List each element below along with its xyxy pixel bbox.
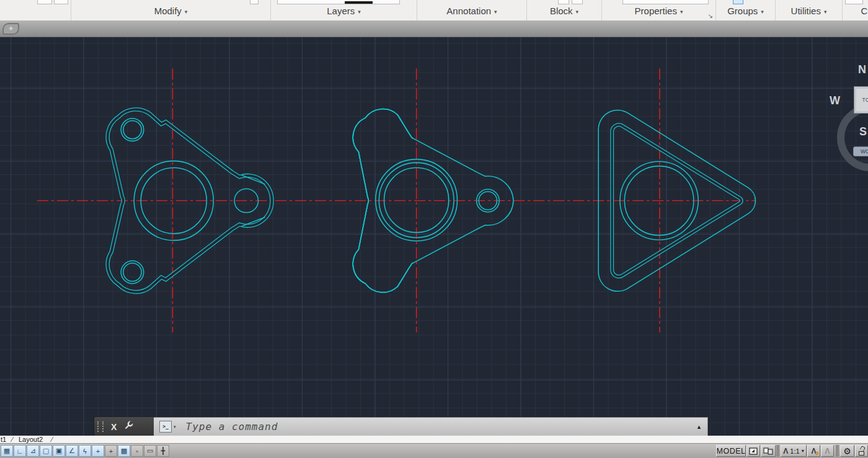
panel-label: Properties [635,6,677,16]
status-bar: ▦ ∟ ⊿ ▢ ▣ ∠ ϟ + + ▩ ▫ ▭ ╋ MODEL Λ 1:1 [0,443,868,458]
annotation-scale-value: 1:1 [790,447,799,455]
toggle-isometric-drafting[interactable]: ∠ [66,445,78,457]
layout-tab-row: t1 / Layout2 / [0,436,868,443]
unlock-icon [858,447,866,456]
toggle-dynamic-input[interactable]: ϟ [79,445,91,457]
tab-layout1-clipped[interactable]: t1 [1,436,6,443]
toggle-selection-cycling[interactable]: ▩ [118,445,130,457]
model-space-button[interactable]: MODEL [716,445,746,457]
viewcube-south[interactable]: S [859,125,867,138]
panel-label: C [861,6,868,16]
panel-label: Layers [327,6,355,16]
ribbon-panel-clipboard-clipped[interactable]: C [843,0,868,20]
command-prompt-icon[interactable]: >_ [159,421,172,433]
ribbon-panel-block[interactable]: Block▾ [527,0,602,20]
panel-label: Block [550,6,573,16]
viewcube-north[interactable]: N [858,63,866,76]
toggle-object-snap[interactable]: + [105,445,117,457]
ribbon-panel-groups[interactable]: Groups▾ [716,0,776,20]
toggle-ortho-mode[interactable]: ▢ [40,445,52,457]
panel-label: Utilities [791,6,821,16]
tab-separator: / [10,436,14,443]
drawing-tab-bar: + [0,20,868,37]
annotation-autoscale-icon: Λ [825,447,830,455]
panel-label: Annotation [446,6,491,16]
ribbon-panel-utilities[interactable]: Utilities▾ [776,0,843,20]
orange-dot [815,452,818,455]
chevron-down-icon: ▾ [680,9,683,15]
ribbon-panel-annotation[interactable]: Annotation▾ [417,0,527,20]
ribbon-panel-modify[interactable]: Modify▾ [71,0,271,20]
ui-lock-button[interactable] [855,445,868,457]
quick-view-drawings-button[interactable] [761,445,776,457]
quick-view-layouts-button[interactable] [746,445,760,457]
status-separator [776,445,779,457]
chevron-down-icon: ▾ [761,9,764,15]
autocad-window: Modify▾ Layers▾ Annotation▾ Block▾ Prope… [0,0,868,458]
chevron-down-icon: ▾ [358,9,361,15]
chevron-down-icon[interactable]: ▾ [174,424,176,429]
chevron-down-icon: ▾ [576,9,579,15]
tab-separator: / [50,436,54,443]
workspace-switching-button[interactable]: ⚙ [840,445,854,457]
command-input[interactable]: >_ ▾ Type a command ▲ [154,417,708,436]
viewcube-wcs-menu[interactable]: WCS [853,146,868,156]
drawings-icon [763,447,773,455]
drag-grip-icon[interactable] [97,421,104,432]
viewcube-west[interactable]: W [830,94,840,107]
toggle-polar-tracking[interactable]: ▣ [53,445,65,457]
panel-label: Groups [727,6,758,16]
ribbon-panel-draw-clipped [0,0,71,20]
panel-label: Modify [154,6,182,16]
toggle-grid-display[interactable]: ▦ [1,445,13,457]
wrench-icon[interactable] [124,421,133,433]
toggle-object-snap-tracking[interactable]: + [92,445,104,457]
command-bar-handle[interactable]: X [94,417,154,436]
annotation-scale-icon: Λ [783,447,788,455]
panel-launcher-icon[interactable]: ↘ [708,13,713,19]
chevron-down-icon: ▾ [802,448,804,454]
chevron-down-icon: ▾ [185,9,188,15]
tab-layout2[interactable]: Layout2 [19,436,43,443]
cad-geometry [0,37,868,436]
toggle-clean-screen[interactable]: ╋ [157,445,169,457]
drawing-canvas[interactable]: N W S TOP WCS X >_ ▾ Type a comm [0,37,868,436]
toggle-infer-constraints[interactable]: ⊿ [27,445,39,457]
close-icon[interactable]: X [111,422,117,432]
command-placeholder: Type a command [186,421,278,433]
chevron-down-icon: ▾ [824,9,827,15]
viewcube-top-face[interactable]: TOP [854,86,868,114]
new-drawing-tab-button[interactable]: + [2,23,19,35]
gear-icon: ⚙ [843,446,851,456]
status-separator [836,445,839,457]
toggle-annotation-monitor[interactable]: ▭ [144,445,156,457]
annotation-visibility-button[interactable]: Λ [807,445,820,457]
toggle-snap-mode[interactable]: ∟ [14,445,26,457]
layout-icon [749,447,758,455]
command-history-toggle-icon[interactable]: ▲ [696,424,702,430]
command-line-bar: X >_ ▾ Type a command ▲ [94,417,708,436]
toggle-quick-properties[interactable]: ▫ [131,445,143,457]
ribbon-panel-layers[interactable]: Layers▾ [271,0,417,20]
ribbon-panel-strip: Modify▾ Layers▾ Annotation▾ Block▾ Prope… [0,0,868,21]
ribbon-panel-properties[interactable]: Properties▾ ↘ [602,0,716,20]
annotation-scale-button[interactable]: Λ 1:1 ▾ [781,445,807,457]
annotation-autoscale-button[interactable]: Λ [821,445,834,457]
chevron-down-icon: ▾ [494,9,497,15]
